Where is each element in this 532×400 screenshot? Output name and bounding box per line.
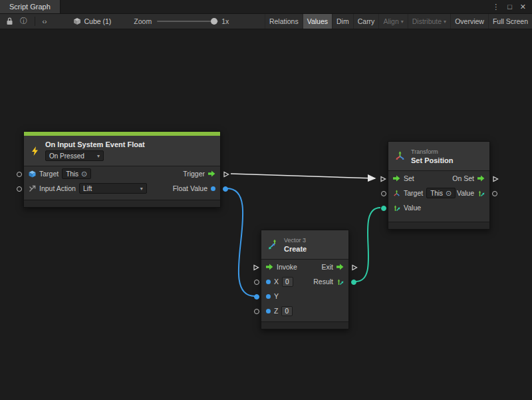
node-vector3-create[interactable]: Vector 3 Create Invoke Exit [261, 230, 349, 329]
transform-node-category: Transform [411, 148, 454, 155]
result-label: Result [313, 278, 333, 286]
code-icon[interactable]: ‹› [39, 14, 51, 29]
flow-arrow-icon [393, 175, 400, 182]
event-node-rows: Target This ⊙ Trigger [24, 166, 220, 196]
graph-canvas[interactable]: On Input System Event Float On Pressed ▾… [0, 29, 532, 400]
exit-label: Exit [321, 263, 333, 271]
float-type-icon [266, 280, 271, 284]
transform-target-row: Target This ⊙ Value [388, 186, 489, 200]
port-exit-out[interactable] [351, 264, 358, 271]
transform-value-row: Value [388, 200, 489, 215]
vector3-icon [267, 239, 279, 250]
port-y-in[interactable] [254, 294, 259, 300]
input-action-label: Input Action [39, 184, 76, 192]
transform-node-footer [388, 222, 489, 229]
vector3-node-rows: Invoke Exit X 0 Result [261, 260, 348, 318]
zoom-slider[interactable] [157, 17, 218, 26]
port-float-value-out[interactable] [223, 186, 228, 192]
port-set-in[interactable] [380, 176, 386, 182]
port-value-out[interactable] [492, 191, 497, 196]
transform-type-icon [393, 190, 400, 197]
align-button[interactable]: Align▾ [378, 14, 407, 29]
port-result-out[interactable] [351, 280, 356, 285]
z-value-field[interactable]: 0 [281, 306, 293, 316]
port-z-in[interactable] [254, 309, 259, 314]
flow-arrow-icon [477, 175, 485, 182]
flow-arrow-icon [208, 170, 215, 177]
fullscreen-button[interactable]: Full Screen [488, 14, 532, 29]
dim-button[interactable]: Dim [332, 14, 353, 29]
transform-icon [394, 150, 406, 162]
distribute-label: Distribute [412, 17, 442, 25]
event-target-value: This [66, 170, 78, 178]
target-label: Target [39, 170, 59, 178]
x-label: X [274, 278, 279, 286]
transform-target-label: Target [404, 189, 423, 197]
on-set-label: On Set [452, 174, 474, 182]
event-input-action-row: Input Action Lift ▾ Float Value [24, 181, 220, 196]
vector3-type-icon [477, 190, 485, 197]
event-target-chip[interactable]: This ⊙ [62, 168, 91, 179]
transform-target-chip[interactable]: This ⊙ [426, 188, 456, 198]
tab-bar: Script Graph ⋮ □ ✕ [0, 0, 532, 14]
maximize-icon[interactable]: □ [507, 3, 512, 11]
menu-icon[interactable]: ⋮ [492, 3, 499, 11]
port-value-in[interactable] [381, 206, 386, 211]
zoom-label: Zoom [134, 17, 152, 25]
transform-node-header: Transform Set Position [388, 142, 489, 171]
caret-down-icon: ▾ [444, 19, 446, 25]
x-value-field[interactable]: 0 [282, 277, 293, 287]
zoom-value: 1x [221, 17, 229, 25]
graph-toolbar: ⓘ ‹› Cube (1) Zoom 1x Relations Values D… [0, 14, 532, 29]
port-invoke-in[interactable] [253, 264, 259, 271]
distribute-button[interactable]: Distribute▾ [408, 14, 450, 29]
port-x-in[interactable] [254, 280, 259, 285]
values-button[interactable]: Values [303, 14, 332, 29]
wire-trigger-to-set[interactable] [231, 174, 375, 178]
event-node-title: On Input System Event Float [45, 140, 145, 148]
info-icon[interactable]: ⓘ [17, 14, 31, 29]
port-trigger-out[interactable] [223, 171, 229, 178]
vector3-node-header: Vector 3 Create [261, 230, 348, 260]
close-icon[interactable]: ✕ [520, 3, 526, 11]
gameobject-icon [29, 170, 36, 178]
lock-icon[interactable] [3, 14, 17, 29]
overview-button[interactable]: Overview [450, 14, 488, 29]
port-input-action-in[interactable] [17, 186, 22, 192]
object-picker-icon: ⊙ [446, 190, 452, 197]
port-target-in[interactable] [17, 172, 22, 177]
caret-down-icon: ▾ [140, 186, 143, 192]
carry-button[interactable]: Carry [353, 14, 379, 29]
zoom-slider-handle[interactable] [211, 18, 217, 25]
float-value-label: Float Value [173, 184, 207, 192]
toolbar-separator [35, 17, 35, 26]
vector3-x-row: X 0 Result [261, 274, 348, 289]
relations-button[interactable]: Relations [265, 14, 303, 29]
transform-node-title: Set Position [411, 156, 454, 164]
event-mode-dropdown[interactable]: On Pressed ▾ [45, 150, 104, 161]
zoom-slider-track[interactable] [157, 21, 218, 22]
port-on-set-out[interactable] [492, 176, 499, 182]
node-on-input-system-event-float[interactable]: On Input System Event Float On Pressed ▾… [23, 131, 221, 208]
toolbar-buttons: Relations Values Dim Carry Align▾ Distri… [265, 14, 532, 29]
node-transform-set-position[interactable]: Transform Set Position Set On Set [388, 141, 490, 230]
event-node-footer [24, 200, 220, 207]
graph-object-label: Cube (1) [84, 17, 112, 25]
tab-script-graph[interactable]: Script Graph [0, 0, 61, 13]
invoke-label: Invoke [277, 263, 297, 271]
z-label: Z [274, 307, 278, 315]
event-mode-value: On Pressed [49, 152, 84, 160]
graph-object-selector[interactable]: Cube (1) [73, 17, 112, 25]
input-action-dropdown[interactable]: Lift ▾ [79, 183, 147, 194]
trigger-label: Trigger [183, 170, 205, 178]
window-controls: ⋮ □ ✕ [492, 0, 532, 13]
transform-set-row: Set On Set [388, 171, 489, 186]
vector3-invoke-row: Invoke Exit [261, 260, 348, 274]
input-action-value: Lift [83, 185, 92, 192]
vector3-node-title: Create [284, 245, 307, 253]
caret-down-icon: ▾ [401, 19, 404, 25]
wire-result-to-value[interactable] [356, 208, 380, 282]
port-transform-target-in[interactable] [381, 191, 386, 196]
carry-label: Carry [358, 17, 375, 25]
wire-floatvalue-to-y[interactable] [227, 188, 255, 296]
